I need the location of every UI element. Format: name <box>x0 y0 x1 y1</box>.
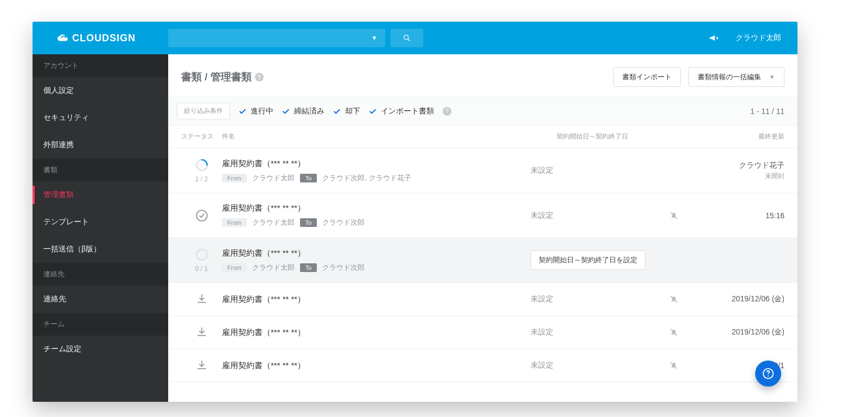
sidebar-item-templates[interactable]: テンプレート <box>33 208 168 236</box>
daterange-value: 未設定 <box>531 166 553 174</box>
result-count: 1 - 11 / 11 <box>750 107 784 116</box>
sidebar-group-contacts: 連絡先 <box>33 263 168 286</box>
check-icon <box>282 108 290 115</box>
bell-off-icon <box>669 211 679 220</box>
svg-line-1 <box>408 39 410 41</box>
main: 書類 / 管理書類 ? 書類インポート 書類情報の一括編集 ▼ 絞り込み条件 <box>168 54 797 402</box>
search-type-select[interactable]: ▼ <box>168 29 385 47</box>
chevron-down-icon: ▼ <box>371 34 378 42</box>
filter-bar: 絞り込み条件 進行中 締結済み 却下 インポー <box>168 97 797 125</box>
import-button[interactable]: 書類インポート <box>613 67 681 87</box>
table-row[interactable]: 1 / 2 雇用契約書（*** ** **） From クラウド太郎 To クラ… <box>168 148 797 193</box>
sidebar-item-managed-docs[interactable]: 管理書類 <box>33 181 168 208</box>
updated-value: クラウド花子 <box>739 161 784 170</box>
brand-text: CLOUDSIGN <box>72 33 136 44</box>
to-name: クラウド次郎, クラウド花子 <box>322 173 411 183</box>
search-button[interactable] <box>391 29 423 47</box>
sidebar-group-documents: 書類 <box>33 159 168 181</box>
question-icon <box>762 368 774 380</box>
svg-point-6 <box>196 249 207 260</box>
from-tag: From <box>222 174 247 182</box>
from-name: クラウド太郎 <box>252 218 295 228</box>
sidebar-item-bulk-send[interactable]: 一括送信（β版） <box>33 236 168 263</box>
svg-point-3 <box>196 210 207 221</box>
progress-ring-icon <box>195 158 209 172</box>
col-name: 件名 <box>222 132 557 141</box>
to-name: クラウド次郎 <box>322 263 365 273</box>
filter-imported[interactable]: インポート書類 <box>369 106 434 116</box>
bell-off-icon <box>669 294 679 304</box>
check-icon <box>333 108 341 115</box>
cloud-icon <box>57 32 69 44</box>
from-name: クラウド太郎 <box>252 173 295 183</box>
col-updated: 最終更新 <box>687 132 784 141</box>
updated-value: 2019/12/06 (金) <box>732 294 784 304</box>
download-icon <box>195 326 208 339</box>
updated-sub: 未開封 <box>765 172 784 181</box>
sidebar-item-personal[interactable]: 個人設定 <box>33 77 168 104</box>
to-name: クラウド次郎 <box>322 218 365 228</box>
updated-value: 2019/12/06 (金) <box>732 327 784 337</box>
updated-value: 15:16 <box>765 211 784 220</box>
table-header: ステータス 件名 契約開始日～契約終了日 最終更新 <box>168 125 797 148</box>
download-icon <box>195 359 208 372</box>
from-name: クラウド太郎 <box>252 263 295 273</box>
table-row[interactable]: 0 / 1 雇用契約書（*** ** **） From クラウド太郎 To クラ… <box>168 238 797 283</box>
from-tag: From <box>222 263 247 272</box>
filter-completed[interactable]: 締結済み <box>282 106 324 116</box>
sidebar-item-team-settings[interactable]: チーム設定 <box>33 336 168 363</box>
chevron-down-icon: ▼ <box>769 73 775 81</box>
doc-title: 雇用契約書（*** ** **） <box>222 248 531 258</box>
help-icon[interactable]: ? <box>443 107 451 116</box>
megaphone-icon[interactable] <box>709 33 719 43</box>
bulk-edit-button[interactable]: 書類情報の一括編集 ▼ <box>688 67 784 87</box>
check-icon <box>369 108 376 115</box>
table-row[interactable]: 雇用契約書（*** ** **） 未設定 2019/1 <box>168 349 797 382</box>
sidebar-group-team: チーム <box>33 313 168 336</box>
table-row[interactable]: 雇用契約書（*** ** **） 未設定 2019/12/06 (金) <box>168 283 797 316</box>
doc-title: 雇用契約書（*** ** **） <box>222 159 531 169</box>
brand-logo[interactable]: CLOUDSIGN <box>33 32 168 44</box>
download-icon <box>195 293 208 306</box>
progress-count: 1 / 2 <box>195 175 208 183</box>
bell-off-icon <box>669 361 679 370</box>
doc-title: 雇用契約書（*** ** **） <box>222 294 531 305</box>
table-row[interactable]: 雇用契約書（*** ** **） From クラウド太郎 To クラウド次郎 未… <box>168 193 797 238</box>
svg-point-0 <box>404 35 409 40</box>
topbar: CLOUDSIGN ▼ クラウド太郎 <box>33 22 797 54</box>
daterange-value: 未設定 <box>531 361 553 369</box>
progress-ring-icon <box>195 248 209 262</box>
username[interactable]: クラウド太郎 <box>736 33 781 43</box>
daterange-value: 未設定 <box>531 294 553 303</box>
svg-point-14 <box>768 375 769 376</box>
col-daterange: 契約開始日～契約終了日 <box>557 132 687 141</box>
set-daterange-button[interactable]: 契約開始日～契約終了日を設定 <box>531 250 646 270</box>
search-icon <box>403 34 411 42</box>
to-tag: To <box>300 174 317 182</box>
help-fab[interactable] <box>755 361 781 387</box>
doc-title: 雇用契約書（*** ** **） <box>222 203 531 213</box>
sidebar-group-account: アカウント <box>33 54 168 77</box>
doc-title: 雇用契約書（*** ** **） <box>222 361 531 371</box>
sidebar-item-security[interactable]: セキュリティ <box>33 104 168 131</box>
bell-off-icon <box>669 327 679 337</box>
help-icon[interactable]: ? <box>255 73 264 81</box>
daterange-value: 未設定 <box>531 211 553 219</box>
to-tag: To <box>300 218 317 227</box>
sidebar-item-contacts[interactable]: 連絡先 <box>33 286 168 313</box>
from-tag: From <box>222 218 247 227</box>
sidebar: アカウント 個人設定 セキュリティ 外部連携 書類 管理書類 テンプレート 一括… <box>33 54 168 402</box>
table-row[interactable]: 雇用契約書（*** ** **） 未設定 2019/12/06 (金) <box>168 316 797 349</box>
filter-in-progress[interactable]: 進行中 <box>239 106 273 116</box>
filter-label[interactable]: 絞り込み条件 <box>177 103 230 119</box>
col-status: ステータス <box>181 132 222 141</box>
progress-count: 0 / 1 <box>195 265 208 273</box>
sidebar-item-integrations[interactable]: 外部連携 <box>33 131 168 159</box>
to-tag: To <box>300 263 317 272</box>
check-circle-icon <box>195 208 209 223</box>
page-title: 書類 / 管理書類 <box>181 70 252 84</box>
doc-title: 雇用契約書（*** ** **） <box>222 327 531 338</box>
filter-rejected[interactable]: 却下 <box>333 106 360 116</box>
check-icon <box>239 108 246 115</box>
daterange-value: 未設定 <box>531 327 553 336</box>
